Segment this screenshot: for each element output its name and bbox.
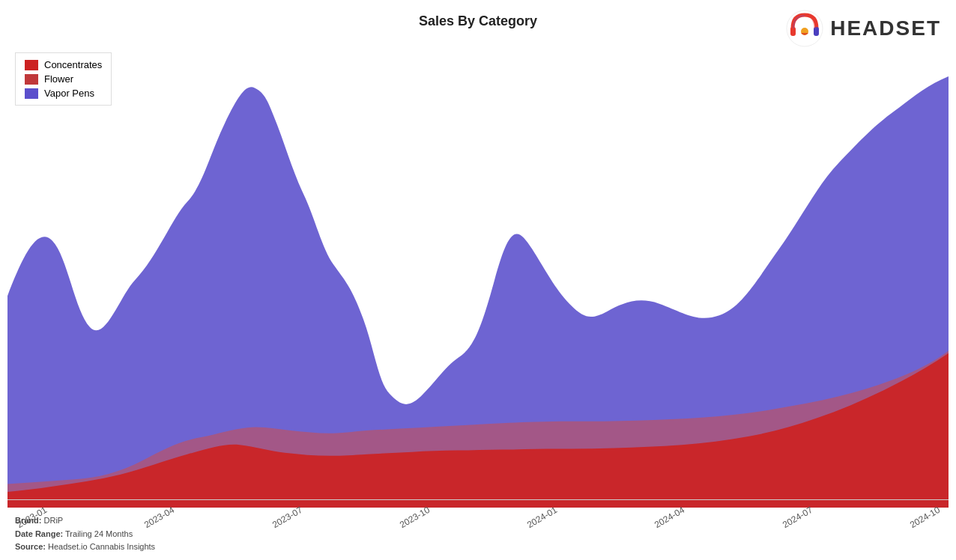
- brand-label: Brand:: [15, 516, 41, 525]
- brand-value: DRiP: [44, 516, 64, 525]
- footer-brand: Brand: DRiP: [15, 514, 155, 528]
- chart-svg-area: [7, 45, 949, 508]
- date-range-label: Date Range:: [15, 529, 63, 538]
- footer-source: Source: Headset.io Cannabis Insights: [15, 541, 155, 554]
- date-range-value: Trailing 24 Months: [65, 529, 133, 538]
- x-label-7: 2024-10: [908, 505, 942, 530]
- chart-container: Sales By Category HEADSET Concentrates: [0, 0, 956, 560]
- x-label-5: 2024-04: [653, 505, 686, 530]
- source-label: Source:: [15, 542, 46, 551]
- main-chart-svg: [7, 45, 949, 508]
- x-label-6: 2024-07: [781, 505, 814, 530]
- x-label-4: 2024-01: [525, 505, 559, 530]
- logo-text: HEADSET: [830, 16, 941, 40]
- chart-footer: Brand: DRiP Date Range: Trailing 24 Mont…: [15, 514, 155, 554]
- headset-logo: HEADSET: [785, 9, 941, 48]
- x-label-2: 2023-07: [270, 505, 304, 530]
- source-value: Headset.io Cannabis Insights: [48, 542, 155, 551]
- footer-date-range: Date Range: Trailing 24 Months: [15, 528, 155, 541]
- x-label-3: 2023-10: [398, 505, 432, 530]
- headset-logo-icon: [785, 9, 824, 48]
